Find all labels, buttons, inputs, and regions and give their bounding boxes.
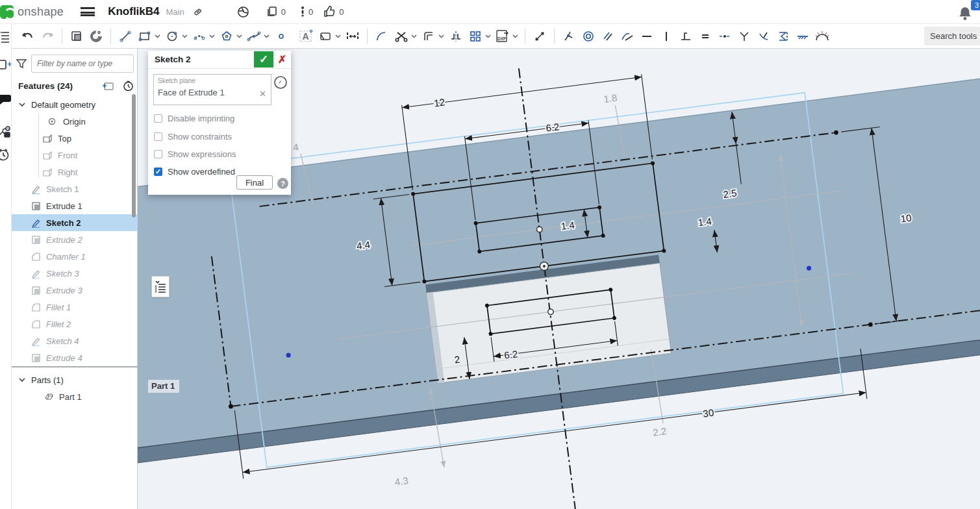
show-overdefined-checkbox[interactable]: Show overdefined: [154, 167, 235, 177]
main-menu-icon[interactable]: [81, 7, 95, 16]
midpoint-vertex[interactable]: [547, 309, 553, 315]
horizontal-constraint-icon[interactable]: [638, 28, 655, 45]
tree-item-part1[interactable]: Part 1: [12, 388, 138, 405]
issues-icon[interactable]: [300, 6, 305, 18]
history-icon[interactable]: [123, 81, 134, 92]
spline-tool-icon[interactable]: [245, 28, 262, 45]
import-dxf-icon[interactable]: DXF: [494, 28, 511, 45]
sketch-origin-marker[interactable]: [540, 262, 549, 271]
dimension-tool-icon[interactable]: [344, 28, 361, 45]
tree-item-extrude3[interactable]: Extrude 3: [12, 282, 138, 299]
perpendicular-constraint-icon[interactable]: [677, 28, 694, 45]
offset-tool-icon[interactable]: [420, 28, 437, 45]
import-dxf-menu-caret[interactable]: [512, 28, 519, 45]
circle-menu-caret[interactable]: [182, 28, 188, 45]
curvature-comb-icon[interactable]: [814, 28, 831, 45]
tree-item-chamfer1[interactable]: Chamfer 1: [12, 248, 138, 265]
tree-item-extrude1[interactable]: Extrude 1: [12, 197, 138, 214]
share-link-icon[interactable]: [192, 6, 203, 18]
concentric-constraint-icon[interactable]: [580, 28, 597, 45]
tree-item-sketch3[interactable]: Sketch 3: [12, 265, 138, 282]
spline-menu-caret[interactable]: [264, 28, 270, 45]
new-folder-icon[interactable]: [102, 81, 114, 91]
revolve-face-icon[interactable]: [88, 28, 105, 45]
ref-dim-label-4[interactable]: 4: [292, 142, 299, 153]
feature-tree-scrollbar[interactable]: [132, 94, 136, 217]
midpoint-vertex[interactable]: [536, 227, 542, 232]
feature-list-icon[interactable]: [0, 29, 10, 43]
dim-label-2-5[interactable]: 2.5: [723, 187, 738, 200]
filter-icon[interactable]: [16, 58, 27, 69]
text-tool-icon[interactable]: A: [297, 28, 314, 45]
disable-imprinting-checkbox[interactable]: Disable imprinting: [154, 114, 234, 123]
tree-group-parts[interactable]: Parts (1): [12, 371, 138, 388]
notifications-bell-icon[interactable]: 3: [957, 1, 979, 22]
ref-dim-label-1-8[interactable]: 1.8: [603, 92, 618, 105]
rollback-bar[interactable]: [12, 366, 138, 367]
trim-menu-caret[interactable]: [411, 28, 418, 45]
rectangle-menu-caret[interactable]: [155, 28, 161, 45]
document-title[interactable]: KnoflikB4: [108, 5, 159, 18]
pattern-tool-icon[interactable]: [467, 28, 484, 45]
tree-item-front[interactable]: Front: [12, 147, 138, 164]
tree-group-default-geometry[interactable]: Default geometry: [12, 96, 138, 113]
help-icon[interactable]: ?: [277, 178, 288, 189]
tree-item-sketch2[interactable]: Sketch 2: [12, 214, 138, 231]
chevron-down-icon[interactable]: [18, 101, 26, 108]
public-globe-icon[interactable]: [237, 6, 249, 18]
arc-tool-icon[interactable]: [191, 28, 208, 45]
dim-label-1-4-right[interactable]: 1.4: [697, 216, 712, 229]
midpoint-constraint-icon[interactable]: [716, 28, 733, 45]
history-clock-icon[interactable]: [0, 147, 10, 162]
line-tool-icon[interactable]: [117, 28, 134, 45]
fix-constraint-icon[interactable]: [794, 28, 811, 45]
offset-menu-caret[interactable]: [438, 28, 445, 45]
ref-dim-label-4-3[interactable]: 4.3: [394, 475, 409, 488]
clear-selection-icon[interactable]: ✕: [259, 89, 266, 99]
normal-constraint-icon[interactable]: [755, 28, 772, 45]
tree-item-extrude2[interactable]: Extrude 2: [12, 231, 138, 248]
dim-label-1-4-top[interactable]: 1.4: [560, 219, 575, 232]
dim-label-30[interactable]: 30: [702, 407, 714, 419]
insert-panel-icon[interactable]: +: [0, 58, 10, 72]
redo-icon[interactable]: [39, 28, 56, 45]
feature-filter-input[interactable]: [31, 55, 134, 73]
parallel-constraint-icon[interactable]: [599, 28, 616, 45]
sketch-fillet-icon[interactable]: [373, 28, 390, 45]
dim-label-4-4[interactable]: 4.4: [356, 239, 371, 252]
pierce-constraint-icon[interactable]: [775, 28, 792, 45]
cancel-button[interactable]: ✗: [273, 51, 291, 68]
arc-menu-caret[interactable]: [209, 28, 216, 45]
use-face-icon[interactable]: [68, 28, 85, 45]
tree-item-origin[interactable]: Origin: [12, 113, 138, 130]
show-expressions-checkbox[interactable]: Show expressions: [154, 149, 236, 159]
circle-tool-icon[interactable]: [164, 28, 181, 45]
undo-icon[interactable]: [19, 28, 36, 45]
rectangle-tool-icon[interactable]: [136, 28, 153, 45]
tree-item-right[interactable]: Right: [12, 164, 138, 180]
tree-item-fillet1[interactable]: Fillet 1: [12, 299, 138, 316]
tree-item-top[interactable]: Top: [12, 130, 138, 147]
ref-dim-label-2-2[interactable]: 2.2: [652, 425, 667, 438]
show-constraints-checkbox[interactable]: Show constraints: [154, 132, 232, 142]
checkbox-icon[interactable]: [154, 114, 162, 123]
tree-item-sketch1[interactable]: Sketch 1: [12, 180, 138, 197]
trim-tool-icon[interactable]: [393, 28, 410, 45]
polygon-menu-caret[interactable]: [236, 28, 243, 45]
part-name-tag[interactable]: Part 1: [148, 380, 179, 393]
checkbox-icon[interactable]: [154, 132, 162, 141]
search-tools-input[interactable]: Search tools: [924, 27, 980, 45]
equal-constraint-icon[interactable]: [697, 28, 714, 45]
collapsed-panel-toggle[interactable]: [151, 276, 170, 297]
point-tool-icon[interactable]: [273, 28, 290, 45]
final-button[interactable]: Final: [236, 175, 273, 190]
branch-name[interactable]: Main: [166, 7, 184, 17]
dim-label-12[interactable]: 12: [433, 96, 446, 108]
vertical-constraint-icon[interactable]: [658, 28, 675, 45]
deferred-clock-icon[interactable]: [273, 75, 288, 92]
sketch-plane-field[interactable]: Sketch plane Face of Extrude 1 ✕: [153, 74, 271, 105]
graphics-area[interactable]: 12 6.2 4.4 1.4 1.4 2.5 10 2 6.2 30 4 1.8…: [138, 49, 980, 509]
dim-label-6-2-bottom[interactable]: 6.2: [503, 348, 518, 361]
chevron-down-icon[interactable]: [18, 376, 26, 384]
slot-menu-caret[interactable]: [335, 28, 342, 45]
